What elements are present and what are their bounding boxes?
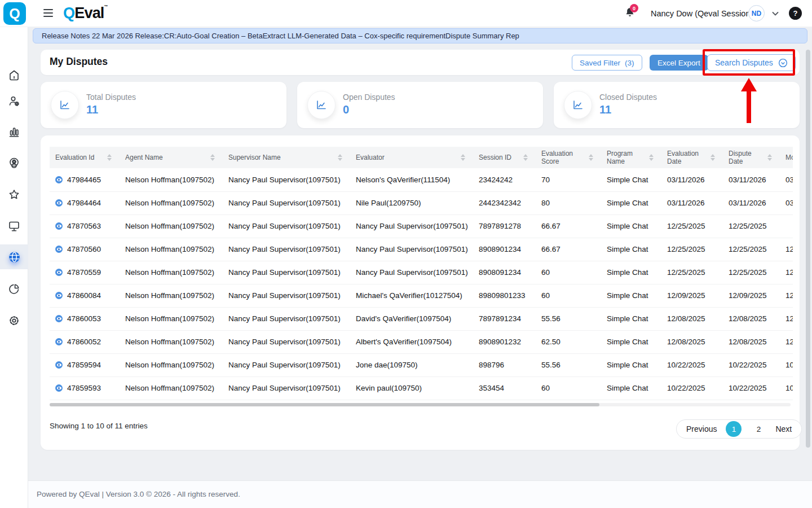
star-icon: [7, 188, 21, 202]
sidebar: [0, 27, 28, 508]
excel-export-button[interactable]: Excel Export: [650, 55, 708, 71]
chevron-down-icon[interactable]: [771, 9, 780, 18]
table-row: 47870559Nelson Hoffman(1097502)Nancy Pau…: [50, 261, 793, 284]
sort-arrows-icon[interactable]: [767, 154, 772, 161]
sort-arrows-icon[interactable]: [649, 154, 654, 161]
sidebar-item-reports[interactable]: [0, 119, 28, 144]
sort-arrows-icon[interactable]: [710, 154, 715, 161]
sidebar-item-settings[interactable]: [0, 308, 28, 333]
table-viewport: Evaluation IdAgent NameSupervisor NameEv…: [50, 147, 793, 401]
evaluation-id-text: 47870563: [67, 222, 101, 230]
sidebar-item-home[interactable]: [0, 63, 28, 88]
column-header-mo[interactable]: Mo: [780, 147, 793, 168]
column-label: Supervisor Name: [228, 154, 281, 161]
column-header-evaluation-date[interactable]: Evaluation Date: [661, 147, 723, 168]
column-label: Evaluation Id: [55, 154, 94, 161]
cell: 12/08/2025: [661, 307, 723, 330]
line-chart-icon: [307, 91, 336, 119]
sidebar-item-user-management[interactable]: [0, 89, 28, 113]
sort-arrows-icon[interactable]: [210, 154, 215, 161]
column-header-evaluation-id[interactable]: Evaluation Id: [50, 147, 120, 168]
next-page-button[interactable]: Next: [775, 424, 792, 433]
cell: Nancy Paul Supervisor(1097501): [223, 353, 350, 376]
quality-badge-icon: [7, 156, 21, 170]
view-evaluation-icon[interactable]: [55, 315, 63, 322]
sort-arrows-icon[interactable]: [107, 154, 112, 161]
excel-export-label: Excel Export: [657, 59, 700, 67]
cell: Jone dae(109750): [350, 353, 473, 376]
cell: 7897891234: [473, 307, 536, 330]
cell: Nelson's QaVerifier(111504): [350, 168, 473, 191]
sidebar-item-favorites[interactable]: [0, 182, 28, 207]
view-evaluation-icon[interactable]: [55, 338, 63, 345]
notifications-button[interactable]: 0: [624, 6, 638, 21]
cell: 7897891278: [473, 214, 536, 238]
stat-label: Closed Disputes: [599, 93, 657, 102]
app-logo[interactable]: Q: [3, 2, 26, 25]
help-button[interactable]: ?: [789, 7, 802, 20]
brand-q: Q: [63, 5, 74, 21]
view-evaluation-icon[interactable]: [55, 246, 63, 253]
view-evaluation-icon[interactable]: [55, 199, 63, 207]
cell: Nancy Paul Supervisor(1097501): [223, 284, 350, 307]
help-glyph: ?: [793, 9, 798, 17]
table-row: 47859594Nelson Hoffman(1097502)Nancy Pau…: [50, 353, 793, 376]
table-row: 47860053Nelson Hoffman(1097502)Nancy Pau…: [50, 307, 793, 330]
cell: 898796: [473, 353, 536, 376]
cell: 10: [780, 376, 793, 400]
cell: Nancy Paul Supervisor(1097501): [223, 376, 350, 400]
sidebar-item-disputes[interactable]: [0, 244, 28, 269]
search-disputes-button[interactable]: Search Disputes: [707, 54, 796, 71]
column-header-supervisor-name[interactable]: Supervisor Name: [223, 147, 350, 168]
view-evaluation-icon[interactable]: [55, 384, 63, 392]
cell: 2442342342: [473, 191, 536, 214]
column-header-agent-name[interactable]: Agent Name: [120, 147, 223, 168]
cell-evaluation-id: 47860053: [50, 307, 120, 330]
table-row: 47859593Nelson Hoffman(1097502)Nancy Pau…: [50, 376, 793, 400]
view-evaluation-icon[interactable]: [55, 361, 63, 369]
column-header-program-name[interactable]: Program Name: [601, 147, 661, 168]
cell: 12: [780, 261, 793, 284]
sort-arrows-icon[interactable]: [523, 154, 528, 161]
evaluation-id-text: 47984464: [67, 199, 101, 207]
cell: Nancy Paul Supervisor(1097501): [350, 238, 473, 261]
vertical-scrollbar-thumb[interactable]: [806, 50, 810, 448]
view-evaluation-icon[interactable]: [55, 222, 63, 230]
column-header-dispute-date[interactable]: Dispute Date: [723, 147, 780, 168]
entries-summary: Showing 1 to 10 of 11 entries: [50, 422, 148, 430]
column-header-evaluator[interactable]: Evaluator: [350, 147, 473, 168]
avatar[interactable]: ND: [748, 5, 765, 21]
cell: 03/11/2026: [723, 191, 780, 214]
sidebar-item-monitoring[interactable]: [0, 213, 28, 238]
horizontal-scrollbar-thumb[interactable]: [50, 403, 599, 406]
previous-page-button[interactable]: Previous: [686, 424, 717, 433]
view-evaluation-icon[interactable]: [55, 176, 63, 183]
cell: 12/25/2025: [661, 214, 723, 238]
column-header-session-id[interactable]: Session ID: [473, 147, 536, 168]
view-evaluation-icon[interactable]: [55, 292, 63, 299]
page-button-2[interactable]: 2: [751, 421, 766, 437]
saved-filter-label: Saved Filter: [580, 59, 620, 67]
notification-badge: 0: [630, 4, 638, 12]
saved-filter-button[interactable]: Saved Filter (3): [572, 55, 642, 71]
cell: 60: [536, 261, 601, 284]
view-evaluation-icon[interactable]: [55, 269, 63, 276]
evaluation-id-text: 47859594: [67, 361, 101, 369]
page-button-1[interactable]: 1: [726, 421, 742, 437]
table-row: 47984465Nelson Hoffman(1097502)Nancy Pau…: [50, 168, 793, 191]
column-header-evaluation-score[interactable]: Evaluation Score: [536, 147, 601, 168]
home-icon: [7, 69, 21, 82]
cell-evaluation-id: 47860084: [50, 284, 120, 307]
sort-arrows-icon[interactable]: [338, 154, 342, 161]
cell: Simple Chat: [601, 238, 661, 261]
stat-card-open-disputes: Open Disputes 0: [297, 82, 543, 128]
sidebar-item-quality[interactable]: [0, 151, 28, 176]
cell: Simple Chat: [601, 284, 661, 307]
cell: 55.56: [536, 353, 601, 376]
cell: 12: [780, 238, 793, 261]
hamburger-menu-icon[interactable]: [43, 9, 53, 17]
sort-arrows-icon[interactable]: [461, 154, 465, 161]
sort-arrows-icon[interactable]: [589, 154, 593, 161]
sidebar-item-analytics[interactable]: [0, 277, 28, 301]
search-disputes-label: Search Disputes: [715, 58, 773, 67]
